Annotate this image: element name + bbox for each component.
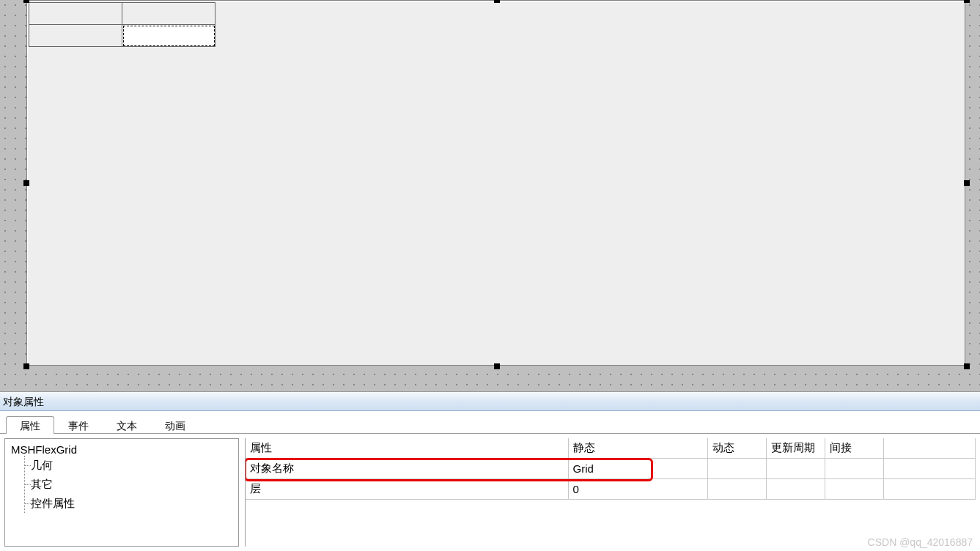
resize-handle-sw[interactable] (23, 363, 29, 369)
resize-handle-n[interactable] (494, 0, 500, 3)
property-row-layer[interactable]: 层 0 (246, 479, 976, 500)
flexgrid-cell-r1c0[interactable] (29, 25, 122, 47)
cell-cycle-0[interactable] (766, 459, 825, 479)
tab-animation[interactable]: 动画 (151, 416, 199, 434)
cell-ind-1[interactable] (825, 479, 883, 500)
watermark: CSDN @qq_42016887 (868, 536, 973, 548)
col-header-spacer (883, 438, 976, 459)
resize-handle-ne[interactable] (964, 0, 970, 3)
col-header-name[interactable]: 属性 (246, 438, 568, 459)
property-panel: 对象属性 属性 事件 文本 动画 MSHFlexGrid 几何 其它 控件属性 … (0, 391, 980, 551)
cell-spacer-0 (883, 459, 976, 479)
property-grid[interactable]: 属性 静态 动态 更新周期 间接 对象名称 Grid (246, 438, 976, 500)
property-panel-title: 对象属性 (0, 392, 980, 411)
flexgrid-cell-r1c1[interactable] (122, 25, 215, 47)
resize-handle-se[interactable] (964, 363, 970, 369)
cell-ind-0[interactable] (825, 459, 883, 479)
resize-handle-e[interactable] (964, 180, 970, 186)
col-header-dynamic[interactable]: 动态 (707, 438, 766, 459)
selected-control-surface[interactable] (26, 0, 965, 366)
cell-static-0[interactable]: Grid (568, 459, 707, 479)
flexgrid-control[interactable] (29, 2, 215, 47)
cell-name-0[interactable]: 对象名称 (246, 459, 568, 479)
property-body: MSHFlexGrid 几何 其它 控件属性 属性 静态 动态 更新周期 间接 (0, 433, 980, 551)
property-grid-header-row: 属性 静态 动态 更新周期 间接 (246, 438, 976, 459)
property-row-objectname[interactable]: 对象名称 Grid (246, 459, 976, 479)
cell-static-1[interactable]: 0 (568, 479, 707, 500)
resize-handle-s[interactable] (494, 363, 500, 369)
property-tabs: 属性 事件 文本 动画 (0, 411, 980, 433)
cell-dyn-0[interactable] (707, 459, 766, 479)
cell-name-1[interactable]: 层 (246, 479, 568, 500)
cell-dyn-1[interactable] (707, 479, 766, 500)
tab-properties[interactable]: 属性 (6, 416, 54, 434)
design-canvas[interactable] (0, 0, 980, 391)
tree-root[interactable]: MSHFlexGrid (11, 443, 232, 456)
col-header-indirect[interactable]: 间接 (825, 438, 883, 459)
property-tree[interactable]: MSHFlexGrid 几何 其它 控件属性 (4, 438, 239, 547)
tab-events[interactable]: 事件 (54, 416, 103, 434)
resize-handle-w[interactable] (23, 180, 29, 186)
cell-cycle-1[interactable] (766, 479, 825, 500)
property-grid-pane: 属性 静态 动态 更新周期 间接 对象名称 Grid (245, 438, 976, 547)
col-header-static[interactable]: 静态 (568, 438, 707, 459)
cell-spacer-1 (883, 479, 976, 500)
tab-text[interactable]: 文本 (103, 416, 151, 434)
flexgrid-cell-r0c0[interactable] (29, 3, 122, 25)
col-header-cycle[interactable]: 更新周期 (766, 438, 825, 459)
flexgrid-cell-r0c1[interactable] (122, 3, 215, 25)
tree-node-geometry[interactable]: 几何 (31, 456, 232, 475)
resize-handle-nw[interactable] (23, 0, 29, 3)
tree-node-other[interactable]: 其它 (31, 475, 232, 494)
tree-node-control[interactable]: 控件属性 (31, 494, 232, 513)
